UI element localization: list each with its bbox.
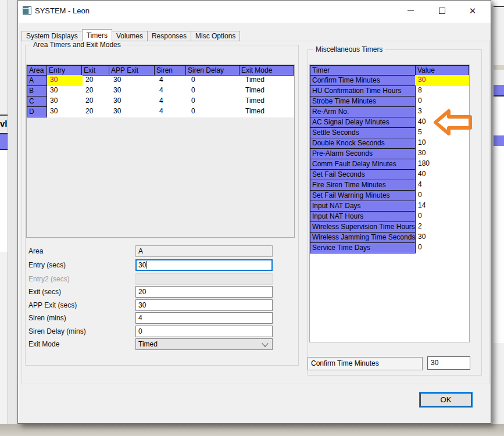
misc-timer-row-service-time-days[interactable]: Service Time Days0 [310,242,469,253]
misc-timer-row-input-nat-hours[interactable]: Input NAT Hours0 [310,211,469,222]
minimize-icon [408,10,414,11]
screen: vl SYSTEM - Leon ✕ [0,0,504,436]
misc-timer-row-wireless-supervision-time-hours[interactable]: Wireless Supervision Time Hours2 [310,221,469,233]
dialog-system-leon: SYSTEM - Leon ✕ System DisplaysTimersVol… [17,0,491,424]
miscellaneous-timers-table[interactable]: TimerValueConfirm Time Minutes30HU Confi… [309,65,470,342]
tab-timers[interactable]: Timers [82,29,112,41]
field-value: A [138,247,143,255]
misc-timer-row-double-knock-seconds[interactable]: Double Knock Seconds10 [310,138,469,149]
form-row-area: AreaA [28,245,287,258]
timer-value-cell[interactable]: 0 [415,190,469,201]
timer-value-cell[interactable]: 40 [415,169,469,180]
field-label-siren-delay-mins: Siren Delay (mins) [28,327,86,335]
misc-timer-row-pre-alarm-seconds[interactable]: Pre-Alarm Seconds30 [310,148,469,159]
timer-value-cell[interactable]: 0 [415,242,469,253]
desktop-background [0,424,504,436]
minimize-button[interactable] [398,2,423,19]
field-exit-mode[interactable]: Timed [135,338,273,350]
timer-name-cell[interactable]: Double Knock Seconds [310,138,416,149]
form-row-app-exit-secs: APP Exit (secs)30 [28,299,287,312]
annotation-left-arrow-icon [433,109,473,136]
timer-name-cell[interactable]: Input NAT Hours [310,211,416,222]
background-left-purple-bar [0,134,8,150]
timer-name-cell[interactable]: AC Signal Delay Minutes [310,117,416,128]
tab-responses[interactable]: Responses [147,31,191,41]
ok-button[interactable]: OK [419,392,473,408]
field-label-siren-mins: Siren (mins) [28,314,66,322]
column-header-timer[interactable]: Timer [310,65,416,76]
tab-strip: System DisplaysTimersVolumesResponsesMis… [22,29,240,41]
timer-value-cell[interactable]: 14 [415,201,469,212]
tab-misc-options[interactable]: Misc Options [191,31,240,41]
misc-timer-row-strobe-time-minutes[interactable]: Strobe Time Minutes0 [310,96,469,107]
timer-name-cell[interactable]: Set Fail Warning Minutes [310,190,416,201]
timer-value-cell[interactable]: 0 [415,211,469,222]
misc-timer-row-hu-confirmation-time-hours[interactable]: HU Confirmation Time Hours8 [310,85,469,97]
area-timer-form: AreaAEntry (secs)30Entry2 (secs)Exit (se… [28,1,287,361]
field-entry-secs[interactable]: 30 [135,259,273,271]
timer-name-cell[interactable]: Fire Siren Time Minutes [310,180,416,191]
field-area[interactable]: A [135,245,273,257]
field-exit-secs[interactable]: 20 [135,286,273,298]
timer-value-cell[interactable]: 2 [415,221,469,233]
misc-timer-row-wireless-jamming-time-seconds[interactable]: Wireless Jamming Time Seconds30 [310,232,469,243]
text-caret [146,261,146,269]
timer-name-cell[interactable]: Wireless Supervision Time Hours [310,221,416,233]
close-button[interactable]: ✕ [460,2,485,19]
field-label-entry-secs: Entry (secs) [28,261,66,269]
tab-volumes[interactable]: Volumes [112,31,148,41]
timer-name-cell[interactable]: Re-Arm No. [310,106,416,117]
selected-timer-name-field[interactable]: Confirm Time Minutes [308,357,423,370]
timer-name-cell[interactable]: Wireless Jamming Time Seconds [310,232,416,243]
misc-timer-row-fire-siren-time-minutes[interactable]: Fire Siren Time Minutes4 [310,180,469,191]
field-siren-delay-mins[interactable]: 0 [135,326,273,337]
timer-name-cell[interactable]: Strobe Time Minutes [310,96,416,107]
form-row-siren-mins: Siren (mins)4 [28,312,287,325]
background-right-lower-strip [494,146,504,343]
timer-name-cell[interactable]: Input NAT Days [310,201,416,212]
misc-timer-row-set-fail-seconds[interactable]: Set Fail Seconds40 [310,169,469,180]
background-right-beige-strip [494,65,504,70]
background-right-top-strip [494,0,504,7]
misc-timer-row-input-nat-days[interactable]: Input NAT Days14 [310,201,469,212]
timer-value-cell[interactable]: 10 [415,138,469,149]
form-row-exit-mode: Exit ModeTimed [28,338,287,351]
column-header-value[interactable]: Value [415,65,469,76]
field-label-entry2-secs: Entry2 (secs) [28,275,70,283]
timer-value-cell[interactable]: 30 [415,148,469,159]
field-value: Timed [138,340,158,348]
background-left-lower-strip [0,252,8,424]
timer-value-cell[interactable]: 8 [415,85,469,97]
field-value: 30 [138,261,146,269]
timer-value-cell[interactable]: 30 [415,232,469,243]
misc-timer-row-confirm-time-minutes[interactable]: Confirm Time Minutes30 [310,75,469,86]
close-icon: ✕ [469,6,477,15]
misc-timer-row-set-fail-warning-minutes[interactable]: Set Fail Warning Minutes0 [310,190,469,201]
background-right-purple-bar [494,85,504,97]
misc-table-header-row: TimerValue [310,65,469,76]
field-app-exit-secs[interactable]: 30 [135,299,273,311]
timer-name-cell[interactable]: Set Fail Seconds [310,169,416,180]
field-label-app-exit-secs: APP Exit (secs) [28,301,77,309]
timer-name-cell[interactable]: Pre-Alarm Seconds [310,148,416,159]
group-miscellaneous-timers-label: Miscellaneous Timers [313,45,385,53]
timer-value-cell[interactable]: 180 [415,159,469,170]
timer-value-cell[interactable]: 0 [415,96,469,107]
field-value: 0 [138,327,142,335]
tab-system-displays[interactable]: System Displays [22,31,83,41]
background-right-white-strip [494,97,504,135]
maximize-button[interactable] [430,2,454,19]
form-row-entry2-secs: Entry2 (secs) [28,273,287,286]
timer-value-cell[interactable]: 4 [415,180,469,191]
timer-name-cell[interactable]: Comm Fault Delay Minutes [310,159,416,170]
field-siren-mins[interactable]: 4 [135,312,273,324]
timer-name-cell[interactable]: Service Time Days [310,242,416,253]
field-value: 20 [138,288,146,296]
misc-timer-row-comm-fault-delay-minutes[interactable]: Comm Fault Delay Minutes180 [310,159,469,170]
timer-name-cell[interactable]: Confirm Time Minutes [310,75,416,86]
timer-name-cell[interactable]: Settle Seconds [310,127,416,138]
timer-name-cell[interactable]: HU Confirmation Time Hours [310,85,416,97]
timer-value-cell[interactable]: 30 [415,75,469,86]
background-window-left-fragment: vl [0,0,8,424]
selected-timer-value-field[interactable]: 30 [427,356,470,370]
